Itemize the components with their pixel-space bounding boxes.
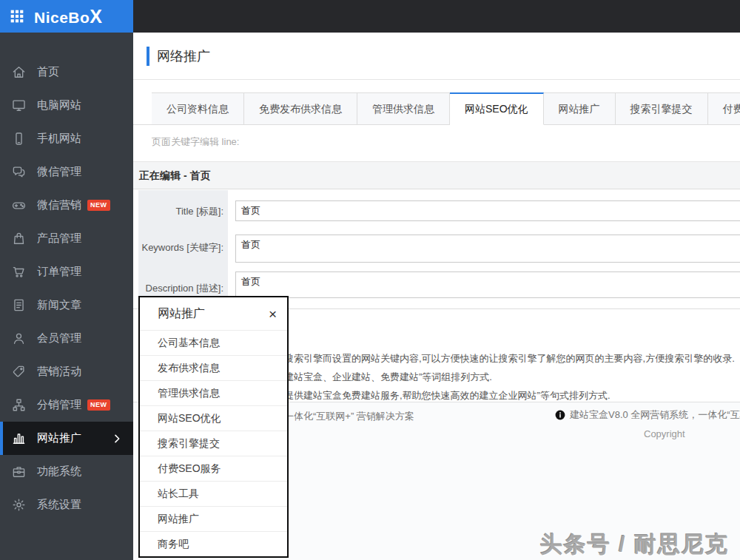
footer-product-line: 建站宝盒V8.0 全网营销系统，一体化“互联 [555, 408, 740, 422]
logo: NiceBoX [34, 6, 103, 27]
page-title: 网络推广 [147, 47, 210, 66]
editing-status-bar: 正在编辑 - 首页 [133, 162, 740, 189]
app-window: NiceBoX 首页 电脑网站 手机网站 [0, 0, 740, 560]
sidebar-item[interactable]: 电脑网站 [0, 89, 133, 122]
gear-icon [10, 497, 27, 513]
popup-title: 网站推广 [158, 306, 269, 322]
sidebar-item[interactable]: 系统设置 [0, 488, 133, 522]
grid-icon[interactable] [10, 9, 24, 24]
help-line: 建站宝盒、企业建站、免费建站”等词组排列方式. [284, 368, 735, 386]
sidebar-item[interactable]: 首页 [0, 55, 133, 89]
tab-label: 付费SEO服务 [723, 103, 740, 115]
popup-menu-item[interactable]: 网站SEO优化 [140, 405, 287, 431]
cart-icon [10, 264, 27, 280]
tab-label: 网站SEO优化 [465, 103, 528, 115]
tab-label: 搜索引擎提交 [630, 103, 693, 115]
home-icon [10, 64, 27, 81]
popup-menu-item[interactable]: 网站推广 [140, 506, 287, 531]
keywords-textarea[interactable] [235, 235, 740, 263]
sidebar-item-label: 手机网站 [37, 132, 81, 146]
popup-menu-item[interactable]: 付费SEO服务 [140, 456, 287, 481]
sidebar-item-label: 产品管理 [37, 232, 81, 246]
topbar-icon[interactable] [143, 8, 159, 24]
bag-icon [10, 231, 27, 247]
sidebar-item-label: 功能系统 [37, 465, 81, 479]
popup-menu: 公司基本信息发布供求信息管理供求信息网站SEO优化搜索引擎提交付费SEO服务站长… [140, 330, 287, 556]
description-label: Description [描述]: [138, 282, 223, 295]
sidebar-item[interactable]: 订单管理 [0, 255, 133, 289]
smartphone-icon [10, 131, 27, 147]
sidebar-item[interactable]: 新闻文章 [0, 289, 133, 322]
tab[interactable]: 网站SEO优化 [450, 92, 544, 125]
sidebar-item-label: 新闻文章 [37, 298, 81, 312]
site-promotion-popup: 网站推广 × 公司基本信息发布供求信息管理供求信息网站SEO优化搜索引擎提交付费… [138, 296, 289, 558]
popup-menu-item[interactable]: 站长工具 [140, 481, 287, 506]
gamepad-icon [10, 198, 27, 214]
tab-label: 公司资料信息 [166, 103, 229, 115]
sidebar-item-label: 微信营销 [37, 198, 81, 212]
user-icon [10, 331, 27, 347]
tab[interactable]: 搜索引擎提交 [616, 92, 708, 125]
tag-icon [10, 364, 27, 380]
popup-menu-item[interactable]: 商务吧 [140, 531, 287, 556]
tab[interactable]: 付费SEO服务 [708, 92, 740, 125]
sidebar-item-label: 订单管理 [37, 265, 81, 279]
sidebar-item[interactable]: 营销活动 [0, 355, 133, 388]
tab[interactable]: 网站推广 [544, 92, 616, 125]
popup-header: 网站推广 × [140, 297, 287, 330]
sidebar-item[interactable]: 手机网站 [0, 122, 133, 155]
sidebar-item[interactable]: 分销管理 NEW [0, 388, 133, 422]
sidebar-item[interactable]: 功能系统 [0, 455, 133, 488]
bar-chart-icon [10, 431, 27, 447]
topbar-actions [143, 0, 230, 33]
divider [133, 79, 740, 80]
close-icon[interactable]: × [269, 307, 277, 321]
tab-label: 网站推广 [559, 103, 600, 115]
sidebar: 首页 电脑网站 手机网站 微信管理 微信营销 N [0, 33, 133, 560]
footer-product-text: 建站宝盒V8.0 全网营销系统，一体化“互联 [570, 408, 740, 422]
description-textarea[interactable] [235, 271, 740, 298]
topbar-brand: NiceBoX [0, 0, 133, 33]
keyword-edit-helper: 页面关键字编辑 line: [152, 135, 239, 149]
new-badge: NEW [87, 200, 110, 211]
sidebar-item[interactable]: 产品管理 [0, 222, 133, 255]
chevron-right-icon [111, 433, 123, 445]
tab-label: 免费发布供求信息 [259, 103, 342, 115]
popup-menu-item[interactable]: 发布供求信息 [140, 355, 287, 380]
sidebar-item-label: 电脑网站 [37, 98, 81, 112]
topbar-icon[interactable] [214, 8, 230, 24]
seo-help-text: 搜索引擎而设置的网站关键内容,可以方便快速的让搜索引擎了解您的网页的主要内容,方… [284, 349, 735, 405]
document-icon [10, 297, 27, 314]
tab[interactable]: 管理供求信息 [357, 92, 450, 125]
sidebar-item-label: 微信管理 [37, 165, 81, 179]
sidebar-item-label: 营销活动 [37, 365, 81, 379]
popup-menu-item[interactable]: 公司基本信息 [140, 330, 287, 355]
briefcase-icon [10, 464, 27, 480]
sidebar-item[interactable]: 网站推广 [0, 422, 133, 455]
tab-label: 管理供求信息 [372, 103, 434, 115]
tab[interactable]: 公司资料信息 [152, 92, 244, 125]
title-input[interactable] [235, 200, 740, 221]
tab[interactable]: 免费发布供求信息 [244, 92, 357, 125]
sidebar-item-label: 首页 [37, 65, 59, 79]
chat-icon [10, 164, 27, 181]
popup-menu-item[interactable]: 搜索引擎提交 [140, 431, 287, 456]
sidebar-item[interactable]: 微信营销 NEW [0, 189, 133, 222]
title-label: Title [标题]: [138, 205, 223, 218]
info-icon [555, 410, 565, 420]
sidebar-item-label: 分销管理 [37, 398, 81, 412]
keywords-label: Keywords [关键字]: [138, 241, 223, 254]
new-badge: NEW [87, 399, 110, 411]
help-line: 搜索引擎而设置的网站关键内容,可以方便快速的让搜索引擎了解您的网页的主要内容,方… [284, 349, 735, 368]
sidebar-item-label: 会员管理 [37, 331, 81, 345]
copyright-text: Copyright [644, 428, 685, 439]
monitor-icon [10, 98, 27, 114]
watermark: 头条号 / 耐思尼克 [540, 530, 729, 560]
sidebar-item[interactable]: 微信管理 [0, 155, 133, 189]
sidebar-item[interactable]: 会员管理 [0, 322, 133, 355]
sitemap-icon [10, 397, 27, 414]
popup-menu-item[interactable]: 管理供求信息 [140, 380, 287, 405]
footer-slogan: 一体化“互联网+” 营销解决方案 [284, 410, 414, 423]
sidebar-item-label: 系统设置 [37, 498, 81, 512]
topbar-icon[interactable] [178, 8, 195, 24]
